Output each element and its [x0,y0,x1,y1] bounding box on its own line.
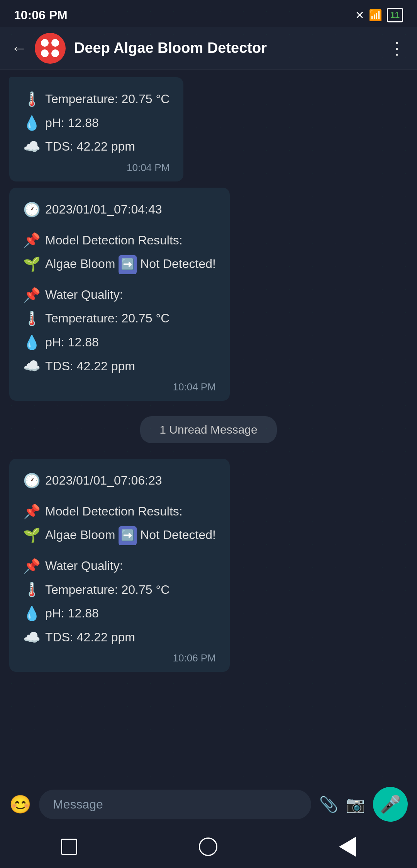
message-line: 🌡️ Temperature: 20.75 °C [23,307,216,330]
cloud-emoji: ☁️ [23,355,41,377]
message-line: 🌡️ Temperature: 20.75 °C [23,88,170,110]
message-line: 🕐 2023/01/01_07:04:43 [23,198,216,221]
thermometer-emoji: 🌡️ [23,307,41,330]
thermometer-emoji: 🌡️ [23,88,41,110]
back-button[interactable]: ← [11,39,27,58]
app-header: ← Deep Algae Bloom Detector ⋮ [0,27,417,70]
pin-emoji: 📌 [23,555,41,577]
status-icons: ✕ 📶 11 [355,8,403,22]
seedling-emoji: 🌱 [23,253,41,275]
clock-emoji: 🕐 [23,470,41,492]
input-bar: 😊 Message 📎 📷 🎤 [0,779,417,829]
thermometer-emoji: 🌡️ [23,578,41,601]
avatar [35,33,66,64]
unread-badge: 1 Unread Message [140,416,276,443]
status-time: 10:06 PM [14,8,68,22]
mic-icon: 🎤 [380,794,401,814]
attach-button[interactable]: 📎 [319,795,338,814]
nav-back-button[interactable] [339,837,356,857]
message-line: 🌡️ Temperature: 20.75 °C [23,578,216,601]
message-line: 🕐 2023/01/01_07:06:23 [23,470,216,492]
clock-emoji: 🕐 [23,198,41,221]
message-input[interactable]: Message [39,790,311,819]
arrow-box: ➡️ [119,255,137,274]
wifi-icon: 📶 [369,9,382,22]
status-bar: 10:06 PM ✕ 📶 11 [0,0,417,27]
cloud-emoji: ☁️ [23,136,41,158]
message-line: ☁️ TDS: 42.22 ppm [23,355,216,377]
message-line: 💧 pH: 12.88 [23,331,216,354]
message-line: 📌 Model Detection Results: [23,229,216,251]
cloud-emoji: ☁️ [23,626,41,649]
message-bubble: 🕐 2023/01/01_07:04:43 📌 Model Detection … [9,188,230,401]
seedling-emoji: 🌱 [23,524,41,546]
message-line: ☁️ TDS: 42.22 ppm [23,136,170,158]
message-line: 🌱 Algae Bloom ➡️ Not Detected! [23,524,216,546]
nav-recent-button[interactable] [61,839,77,855]
pin-emoji: 📌 [23,284,41,306]
message-line: ☁️ TDS: 42.22 ppm [23,626,216,649]
nav-home-button[interactable] [199,837,217,856]
mic-button[interactable]: 🎤 [373,787,408,822]
message-line: 🌱 Algae Bloom ➡️ Not Detected! [23,253,216,275]
nav-bar [0,829,417,868]
battery-icon: 11 [387,8,403,22]
message-bubble: 🕐 2023/01/01_07:06:23 📌 Model Detection … [9,459,230,672]
droplet-emoji: 💧 [23,112,41,134]
unread-divider: 1 Unread Message [9,416,408,443]
pin-emoji: 📌 [23,500,41,523]
message-line: 💧 pH: 12.88 [23,112,170,134]
droplet-emoji: 💧 [23,602,41,625]
app-title: Deep Algae Bloom Detector [74,40,388,56]
message-line: 📌 Model Detection Results: [23,500,216,523]
camera-button[interactable]: 📷 [346,795,365,814]
message-line: 📌 Water Quality: [23,555,216,577]
message-line: 💧 pH: 12.88 [23,602,216,625]
more-menu-button[interactable]: ⋮ [388,38,406,58]
message-placeholder: Message [53,797,103,811]
message-bubble: 🌡️ Temperature: 20.75 °C 💧 pH: 12.88 ☁️ … [9,77,183,181]
emoji-button[interactable]: 😊 [9,794,31,815]
message-line: 📌 Water Quality: [23,284,216,306]
message-timestamp: 10:04 PM [23,381,216,393]
pin-emoji: 📌 [23,229,41,251]
app-logo-icon [41,39,59,58]
chat-area: 🌡️ Temperature: 20.75 °C 💧 pH: 12.88 ☁️ … [0,70,417,814]
droplet-emoji: 💧 [23,331,41,354]
arrow-box: ➡️ [119,526,137,545]
message-timestamp: 10:04 PM [23,162,170,174]
message-timestamp: 10:06 PM [23,652,216,664]
close-icon: ✕ [355,9,364,22]
